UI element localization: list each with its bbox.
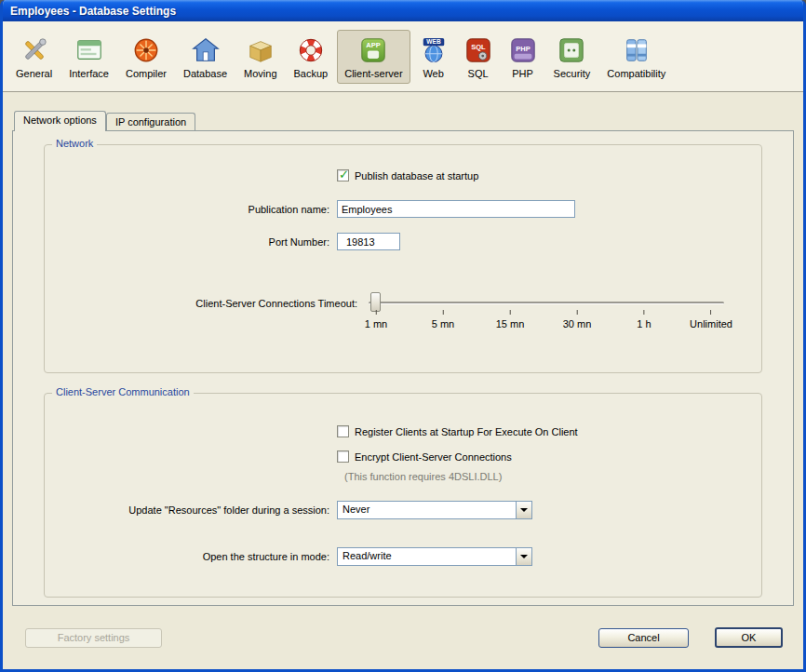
slider-tick: 1 mn [365,310,387,329]
slider-tick: 5 mn [432,310,454,329]
resources-folder-dropdown[interactable]: Never [337,501,532,519]
register-clients-row: Register Clients at Startup For Execute … [337,425,761,437]
publish-database-row: Publish database at startup [337,169,761,181]
toolbar-item-database[interactable]: Database [176,30,235,84]
toolbar-item-label: Security [554,68,591,79]
settings-toolbar: General Interface [3,21,803,92]
toolbar-item-moving[interactable]: Moving [236,30,284,84]
encrypt-connections-row: Encrypt Client-Server Connections [337,450,761,463]
port-number-row: Port Number: [60,233,761,250]
svg-text:PHP: PHP [516,44,530,52]
toolbar-item-label: Database [183,68,227,79]
resources-folder-label: Update "Resources" folder during a sessi… [60,504,329,516]
toolbar-item-client-server[interactable]: APP Client-server [337,30,410,84]
svg-text:APP: APP [367,41,381,49]
port-number-label: Port Number: [60,236,329,248]
slider-tick: Unlimited [690,310,732,329]
dropdown-arrow-button[interactable] [516,502,531,518]
slider-track[interactable] [369,302,724,304]
window-title: Employees - Database Settings [10,5,176,18]
compass-compiler-icon [132,36,160,64]
timeout-label: Client-Server Connections Timeout: [60,298,357,309]
settings-content: Network options IP configuration Network… [3,92,803,669]
timeout-slider[interactable]: 1 mn 5 mn 15 mn 30 mn 1 h [369,289,724,334]
toolbar-item-label: Backup [294,68,329,79]
tick-label: 1 h [637,318,651,329]
php-icon: PHP [509,36,537,64]
encrypt-requirement-note: (This function requires 4DSLI.DLL) [344,471,761,482]
toolbar-item-security[interactable]: Security [546,30,598,84]
publication-name-label: Publication name: [60,204,329,215]
tab-ip-configuration[interactable]: IP configuration [106,113,195,130]
toolbar-item-web[interactable]: WEB Web [412,30,455,84]
ok-button[interactable]: OK [715,627,783,648]
tick-label: 30 mn [563,318,592,329]
tab-network-options[interactable]: Network options [14,111,106,131]
dropdown-value: Read/write [338,548,516,565]
toolbar-item-general[interactable]: General [8,30,60,84]
slider-thumb[interactable] [370,292,381,312]
timeout-row: Client-Server Connections Timeout: 1 mn … [60,289,761,334]
box-moving-icon [247,36,275,64]
encrypt-connections-checkbox[interactable] [337,450,349,463]
structure-mode-label: Open the structure in mode: [60,551,329,562]
structure-mode-row: Open the structure in mode: Read/write [60,547,761,566]
house-database-icon [192,36,220,64]
register-clients-checkbox[interactable] [337,425,349,437]
toolbar-item-label: Interface [69,68,109,79]
toolbar-item-interface[interactable]: Interface [61,30,116,84]
title-bar[interactable]: Employees - Database Settings [3,0,803,21]
chevron-down-icon [520,508,528,512]
slider-tick: 1 h [637,310,651,329]
checkbox-label: Publish database at startup [355,170,478,181]
publish-database-checkbox[interactable] [337,169,349,181]
toolbar-item-label: Web [423,68,443,79]
toolbar-item-compatibility[interactable]: Compatibility [599,30,673,84]
lifesaver-backup-icon [297,36,325,64]
toolbar-item-php[interactable]: PHP PHP [502,30,544,84]
database-settings-window: Employees - Database Settings General [0,0,806,672]
toolbar-item-backup[interactable]: Backup [287,30,336,84]
cancel-button[interactable]: Cancel [598,628,689,648]
app-client-server-icon: APP [359,36,387,64]
client-server-communication-group: Client-Server Communication Register Cli… [44,393,762,598]
factory-settings-button[interactable]: Factory settings [25,628,162,648]
dropdown-arrow-button[interactable] [516,548,531,565]
toolbar-item-label: General [16,68,52,79]
slider-tick: 30 mn [563,310,592,329]
wrench-screwdriver-icon [20,36,48,64]
network-options-panel: Network Publish database at startup Publ… [12,130,794,606]
group-title: Client-Server Communication [52,386,194,397]
toolbar-item-compiler[interactable]: Compiler [118,30,174,84]
group-title: Network [52,138,97,149]
chevron-down-icon [520,555,528,558]
binders-compatibility-icon [623,36,651,64]
dropdown-value: Never [338,502,516,518]
tick-label: Unlimited [690,318,732,329]
toolbar-item-label: Moving [244,68,276,79]
svg-text:SQL: SQL [471,43,486,51]
tick-label: 5 mn [432,318,454,329]
tab-strip: Network options IP configuration [14,111,803,130]
slider-tick: 15 mn [496,310,525,329]
tab-label: Network options [23,114,97,126]
structure-mode-dropdown[interactable]: Read/write [337,547,532,566]
toolbar-item-label: Compiler [126,68,167,79]
window-interface-icon [75,36,103,64]
checkbox-label: Encrypt Client-Server Connections [355,451,512,463]
toolbar-item-sql[interactable]: SQL SQL [457,30,500,84]
toolbar-item-label: PHP [512,68,533,79]
tick-label: 1 mn [365,318,387,329]
tick-label: 15 mn [496,318,525,329]
publication-name-input[interactable] [337,200,575,218]
checkbox-label: Register Clients at Startup For Execute … [355,426,578,437]
tab-label: IP configuration [115,116,186,128]
sql-gear-icon: SQL [464,36,492,64]
port-number-input[interactable] [337,233,400,250]
globe-web-icon: WEB [420,36,448,64]
svg-text:WEB: WEB [426,38,441,45]
network-group: Network Publish database at startup Publ… [44,144,762,373]
toolbar-item-label: Compatibility [607,68,665,79]
toolbar-item-label: SQL [468,68,489,79]
outlet-security-icon [557,36,585,64]
